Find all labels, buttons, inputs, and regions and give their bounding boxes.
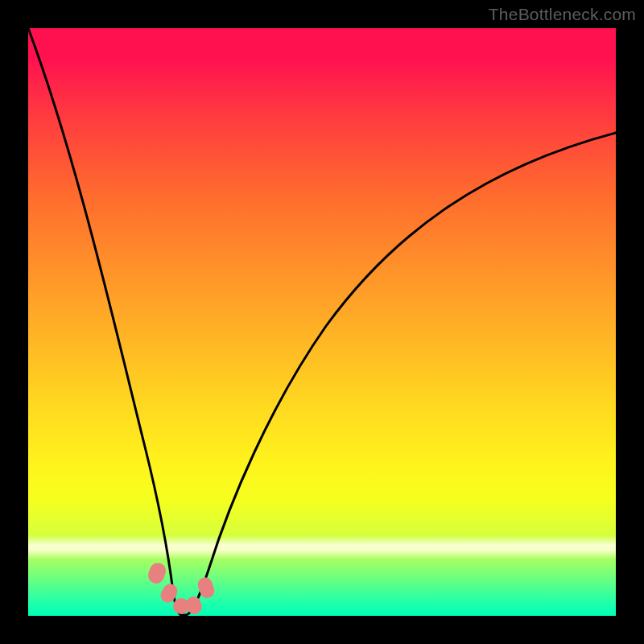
bottleneck-curve: [28, 28, 616, 615]
attribution-text: TheBottleneck.com: [489, 5, 636, 24]
chart-frame: TheBottleneck.com: [0, 0, 644, 644]
curve-marker: [146, 560, 168, 585]
plot-area: [28, 28, 616, 616]
marker-group: [146, 560, 216, 616]
curve-marker: [184, 595, 204, 616]
curve-layer: [28, 28, 616, 616]
